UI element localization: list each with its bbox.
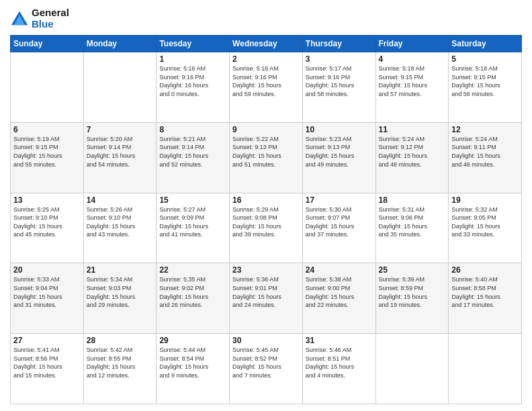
week-row-2: 6Sunrise: 5:19 AM Sunset: 9:15 PM Daylig…: [11, 122, 522, 193]
calendar-cell: 2Sunrise: 5:16 AM Sunset: 9:16 PM Daylig…: [230, 52, 303, 123]
page: General Blue SundayMondayTuesdayWednesda…: [0, 0, 532, 411]
cell-info: Sunrise: 5:39 AM Sunset: 8:59 PM Dayligh…: [379, 275, 446, 309]
week-row-4: 20Sunrise: 5:33 AM Sunset: 9:04 PM Dayli…: [11, 263, 522, 334]
calendar-cell: 3Sunrise: 5:17 AM Sunset: 9:16 PM Daylig…: [302, 52, 375, 123]
col-header-friday: Friday: [375, 36, 449, 52]
day-number: 16: [232, 195, 300, 205]
day-number: 2: [232, 54, 300, 64]
day-number: 6: [13, 125, 81, 134]
calendar-cell: 6Sunrise: 5:19 AM Sunset: 9:15 PM Daylig…: [11, 122, 84, 193]
cell-info: Sunrise: 5:40 AM Sunset: 8:58 PM Dayligh…: [451, 275, 519, 309]
col-header-sunday: Sunday: [11, 36, 84, 52]
cell-info: Sunrise: 5:16 AM Sunset: 9:16 PM Dayligh…: [159, 64, 226, 98]
cell-info: Sunrise: 5:18 AM Sunset: 9:15 PM Dayligh…: [379, 64, 446, 98]
calendar-cell: 22Sunrise: 5:35 AM Sunset: 9:02 PM Dayli…: [157, 263, 230, 334]
calendar-cell: 28Sunrise: 5:42 AM Sunset: 8:55 PM Dayli…: [83, 334, 157, 404]
week-row-1: 1Sunrise: 5:16 AM Sunset: 9:16 PM Daylig…: [11, 52, 522, 123]
calendar-cell: 23Sunrise: 5:36 AM Sunset: 9:01 PM Dayli…: [230, 263, 303, 334]
day-number: 8: [159, 125, 226, 134]
cell-info: Sunrise: 5:30 AM Sunset: 9:07 PM Dayligh…: [306, 205, 373, 239]
cell-info: Sunrise: 5:23 AM Sunset: 9:13 PM Dayligh…: [306, 135, 373, 169]
cell-info: Sunrise: 5:27 AM Sunset: 9:09 PM Dayligh…: [159, 205, 226, 239]
calendar-cell: [449, 334, 522, 404]
day-number: 3: [306, 54, 373, 64]
day-number: 18: [379, 195, 446, 205]
day-number: 26: [451, 265, 519, 275]
cell-info: Sunrise: 5:32 AM Sunset: 9:05 PM Dayligh…: [451, 205, 519, 239]
calendar-cell: 18Sunrise: 5:31 AM Sunset: 9:06 PM Dayli…: [375, 193, 449, 263]
day-number: 7: [87, 125, 154, 134]
cell-info: Sunrise: 5:16 AM Sunset: 9:16 PM Dayligh…: [232, 64, 300, 98]
cell-info: Sunrise: 5:38 AM Sunset: 9:00 PM Dayligh…: [306, 275, 373, 309]
day-number: 25: [379, 265, 446, 275]
calendar-cell: 30Sunrise: 5:45 AM Sunset: 8:52 PM Dayli…: [230, 334, 303, 404]
col-header-tuesday: Tuesday: [157, 36, 230, 52]
calendar-cell: 25Sunrise: 5:39 AM Sunset: 8:59 PM Dayli…: [375, 263, 449, 334]
cell-info: Sunrise: 5:36 AM Sunset: 9:01 PM Dayligh…: [232, 275, 300, 309]
logo-text: General Blue: [32, 7, 69, 30]
calendar-cell: 11Sunrise: 5:24 AM Sunset: 9:12 PM Dayli…: [375, 122, 449, 193]
calendar-cell: [83, 52, 157, 123]
calendar-cell: 4Sunrise: 5:18 AM Sunset: 9:15 PM Daylig…: [375, 52, 449, 123]
cell-info: Sunrise: 5:44 AM Sunset: 8:54 PM Dayligh…: [159, 346, 226, 379]
cell-info: Sunrise: 5:41 AM Sunset: 8:56 PM Dayligh…: [13, 346, 81, 379]
day-number: 9: [232, 125, 300, 134]
col-header-wednesday: Wednesday: [230, 36, 303, 52]
calendar-cell: 26Sunrise: 5:40 AM Sunset: 8:58 PM Dayli…: [449, 263, 522, 334]
day-number: 4: [379, 54, 446, 64]
calendar-cell: [375, 334, 449, 404]
calendar-cell: 21Sunrise: 5:34 AM Sunset: 9:03 PM Dayli…: [83, 263, 157, 334]
calendar-cell: 1Sunrise: 5:16 AM Sunset: 9:16 PM Daylig…: [157, 52, 230, 123]
cell-info: Sunrise: 5:24 AM Sunset: 9:12 PM Dayligh…: [379, 135, 446, 169]
day-number: 19: [451, 195, 519, 205]
day-number: 11: [379, 125, 446, 134]
calendar-cell: 19Sunrise: 5:32 AM Sunset: 9:05 PM Dayli…: [449, 193, 522, 263]
day-number: 10: [306, 125, 373, 134]
cell-info: Sunrise: 5:24 AM Sunset: 9:11 PM Dayligh…: [451, 135, 519, 169]
day-number: 28: [87, 336, 154, 345]
cell-info: Sunrise: 5:25 AM Sunset: 9:10 PM Dayligh…: [13, 205, 81, 239]
calendar-cell: 31Sunrise: 5:46 AM Sunset: 8:51 PM Dayli…: [302, 334, 375, 404]
cell-info: Sunrise: 5:22 AM Sunset: 9:13 PM Dayligh…: [232, 135, 300, 169]
calendar-cell: 9Sunrise: 5:22 AM Sunset: 9:13 PM Daylig…: [230, 122, 303, 193]
calendar-cell: 7Sunrise: 5:20 AM Sunset: 9:14 PM Daylig…: [83, 122, 157, 193]
calendar-cell: 29Sunrise: 5:44 AM Sunset: 8:54 PM Dayli…: [157, 334, 230, 404]
day-number: 1: [159, 54, 226, 64]
week-row-5: 27Sunrise: 5:41 AM Sunset: 8:56 PM Dayli…: [11, 334, 522, 404]
cell-info: Sunrise: 5:29 AM Sunset: 9:08 PM Dayligh…: [232, 205, 300, 239]
cell-info: Sunrise: 5:31 AM Sunset: 9:06 PM Dayligh…: [379, 205, 446, 239]
calendar-cell: 5Sunrise: 5:18 AM Sunset: 9:15 PM Daylig…: [449, 52, 522, 123]
cell-info: Sunrise: 5:34 AM Sunset: 9:03 PM Dayligh…: [87, 275, 154, 309]
calendar-cell: 27Sunrise: 5:41 AM Sunset: 8:56 PM Dayli…: [11, 334, 84, 404]
calendar-cell: 14Sunrise: 5:26 AM Sunset: 9:10 PM Dayli…: [83, 193, 157, 263]
cell-info: Sunrise: 5:35 AM Sunset: 9:02 PM Dayligh…: [159, 275, 226, 309]
calendar-header-row: SundayMondayTuesdayWednesdayThursdayFrid…: [11, 36, 522, 52]
day-number: 27: [13, 336, 81, 345]
col-header-saturday: Saturday: [449, 36, 522, 52]
cell-info: Sunrise: 5:26 AM Sunset: 9:10 PM Dayligh…: [87, 205, 154, 239]
day-number: 5: [451, 54, 519, 64]
week-row-3: 13Sunrise: 5:25 AM Sunset: 9:10 PM Dayli…: [11, 193, 522, 263]
logo-icon: [10, 9, 29, 28]
cell-info: Sunrise: 5:45 AM Sunset: 8:52 PM Dayligh…: [232, 346, 300, 379]
cell-info: Sunrise: 5:33 AM Sunset: 9:04 PM Dayligh…: [13, 275, 81, 309]
col-header-monday: Monday: [83, 36, 157, 52]
day-number: 31: [306, 336, 373, 345]
cell-info: Sunrise: 5:20 AM Sunset: 9:14 PM Dayligh…: [87, 135, 154, 169]
col-header-thursday: Thursday: [302, 36, 375, 52]
calendar-cell: 16Sunrise: 5:29 AM Sunset: 9:08 PM Dayli…: [230, 193, 303, 263]
calendar-cell: 10Sunrise: 5:23 AM Sunset: 9:13 PM Dayli…: [302, 122, 375, 193]
day-number: 12: [451, 125, 519, 134]
day-number: 22: [159, 265, 226, 275]
calendar-cell: 20Sunrise: 5:33 AM Sunset: 9:04 PM Dayli…: [11, 263, 84, 334]
day-number: 17: [306, 195, 373, 205]
logo: General Blue: [10, 7, 69, 30]
cell-info: Sunrise: 5:17 AM Sunset: 9:16 PM Dayligh…: [306, 64, 373, 98]
calendar-cell: 13Sunrise: 5:25 AM Sunset: 9:10 PM Dayli…: [11, 193, 84, 263]
calendar-cell: 24Sunrise: 5:38 AM Sunset: 9:00 PM Dayli…: [302, 263, 375, 334]
cell-info: Sunrise: 5:18 AM Sunset: 9:15 PM Dayligh…: [451, 64, 519, 98]
cell-info: Sunrise: 5:21 AM Sunset: 9:14 PM Dayligh…: [159, 135, 226, 169]
day-number: 24: [306, 265, 373, 275]
day-number: 21: [87, 265, 154, 275]
header: General Blue: [10, 7, 522, 30]
